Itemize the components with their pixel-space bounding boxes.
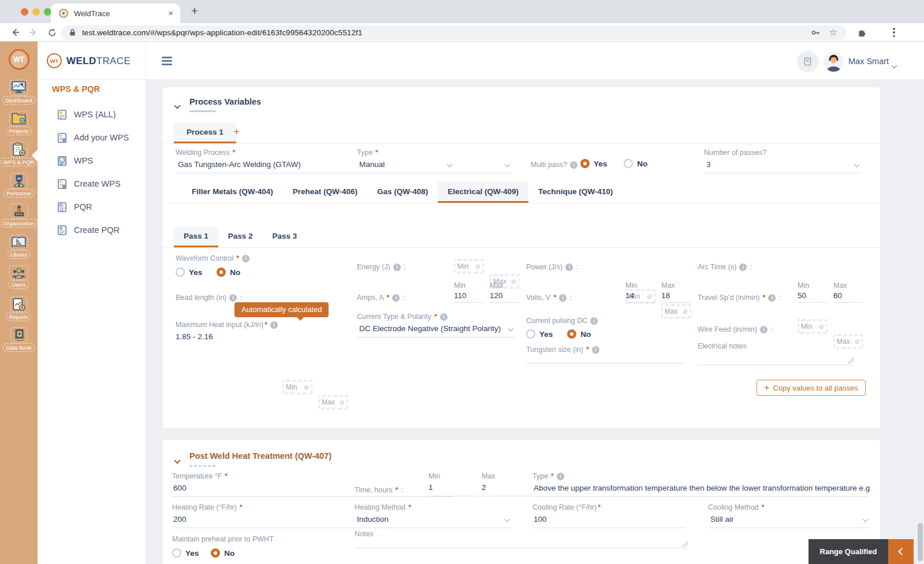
auto-calculated-tooltip: Automatically calculated bbox=[234, 302, 329, 317]
current-pulsing-radios: Yes No bbox=[526, 329, 591, 339]
maintain-yes-radio[interactable] bbox=[172, 548, 181, 558]
sidebar-item-reports[interactable]: Reports bbox=[0, 296, 38, 328]
info-icon[interactable]: i bbox=[242, 255, 249, 262]
process-tab-divider bbox=[163, 143, 881, 144]
textarea-resize-handle[interactable] bbox=[848, 358, 854, 363]
menu-item-wps-all[interactable]: WPS (ALL) bbox=[38, 103, 146, 126]
bookmark-star-icon[interactable]: ☆ bbox=[829, 27, 837, 38]
temperature-input[interactable]: 600 bbox=[172, 483, 454, 497]
key-icon[interactable] bbox=[811, 28, 820, 39]
volts-min-input[interactable]: 14 bbox=[625, 291, 655, 303]
menu-item-add-your-wps[interactable]: Add your WPS bbox=[38, 126, 146, 149]
menu-item-pqr[interactable]: PQR bbox=[38, 195, 146, 218]
sidebar-item-data-book[interactable]: Data Book bbox=[0, 327, 38, 358]
add-process-button[interactable]: + bbox=[233, 125, 240, 138]
info-icon[interactable]: i bbox=[229, 294, 237, 302]
electrical-notes-textarea[interactable] bbox=[698, 347, 852, 365]
tab-electrical[interactable]: Electrical (QW-409) bbox=[438, 181, 528, 203]
heating-method-select[interactable]: Induction bbox=[355, 514, 512, 528]
time-min-input[interactable]: 1 bbox=[429, 483, 478, 496]
tungsten-input[interactable] bbox=[526, 346, 685, 363]
back-icon[interactable] bbox=[8, 25, 22, 39]
info-icon[interactable]: i bbox=[270, 321, 278, 329]
amps-min-input[interactable]: 110 bbox=[454, 291, 484, 303]
tab-pass-2[interactable]: Pass 2 bbox=[218, 227, 263, 247]
number-of-passes-select[interactable]: 3 bbox=[704, 160, 861, 173]
tab-close-icon[interactable]: × bbox=[168, 8, 173, 18]
info-icon[interactable]: i bbox=[760, 326, 767, 333]
tab-preheat[interactable]: Preheat (QW-406) bbox=[283, 181, 367, 203]
bead-length-label: Bead length (in) bbox=[176, 294, 226, 302]
range-qualified-expand[interactable] bbox=[888, 539, 914, 564]
user-avatar[interactable] bbox=[824, 51, 844, 72]
waveform-yes-radio[interactable] bbox=[176, 268, 185, 277]
info-icon[interactable]: i bbox=[768, 294, 776, 302]
pwht-type-input[interactable]: Above the upper transformation temperatu… bbox=[532, 483, 870, 497]
sidebar-item-projects[interactable]: Projects bbox=[0, 111, 38, 142]
padlock-icon bbox=[69, 28, 76, 39]
browser-menu-icon[interactable] bbox=[893, 28, 895, 37]
waveform-no-radio[interactable] bbox=[217, 268, 226, 277]
tab-pass-1[interactable]: Pass 1 bbox=[174, 227, 218, 247]
create-wps-icon bbox=[57, 179, 68, 190]
section-collapse-icon[interactable] bbox=[175, 455, 180, 465]
volts-max-input[interactable]: 18 bbox=[661, 291, 691, 303]
copy-values-button[interactable]: + Copy values to all passes bbox=[757, 380, 866, 396]
pulsing-no-radio[interactable] bbox=[567, 329, 576, 339]
tab-filler-metals[interactable]: Filler Metals (QW-404) bbox=[182, 181, 283, 203]
forward-icon[interactable] bbox=[27, 25, 40, 39]
section-collapse-icon[interactable] bbox=[175, 100, 180, 110]
browser-tab[interactable]: WeldTrace × bbox=[51, 3, 180, 23]
travel-min-input[interactable]: 50 bbox=[798, 291, 828, 303]
info-icon[interactable]: i bbox=[393, 264, 401, 271]
traffic-close-icon[interactable] bbox=[21, 8, 28, 16]
amps-max-input[interactable]: 120 bbox=[490, 291, 520, 303]
multi-pass-no-radio[interactable] bbox=[624, 159, 633, 168]
multi-pass-yes-radio[interactable] bbox=[580, 159, 590, 168]
reload-icon[interactable] bbox=[45, 25, 59, 39]
extensions-puzzle-icon[interactable] bbox=[855, 25, 869, 39]
new-tab-button[interactable]: + bbox=[187, 4, 202, 18]
info-icon[interactable]: i bbox=[440, 313, 448, 321]
travel-max-input[interactable]: 60 bbox=[833, 291, 863, 303]
time-max-input[interactable]: 2 bbox=[482, 483, 531, 496]
sidebar-item-dashboard[interactable]: Dashboard bbox=[0, 80, 38, 111]
user-chevron-down-icon[interactable] bbox=[892, 60, 896, 70]
page-scrollbar-thumb[interactable] bbox=[918, 523, 923, 561]
menu-item-wps[interactable]: WPS bbox=[38, 149, 146, 172]
cooling-method-select[interactable]: Still air bbox=[708, 514, 870, 528]
info-icon[interactable]: i bbox=[565, 264, 573, 271]
databook-header-button[interactable] bbox=[797, 51, 818, 72]
info-icon[interactable]: i bbox=[739, 264, 747, 271]
tab-pass-3[interactable]: Pass 3 bbox=[263, 227, 307, 247]
user-name[interactable]: Max Smart bbox=[848, 57, 889, 66]
pulsing-yes-radio[interactable] bbox=[526, 329, 535, 339]
info-icon[interactable]: i bbox=[590, 317, 598, 325]
radio-label-yes: Yes bbox=[185, 549, 199, 558]
radio-label-yes: Yes bbox=[539, 330, 553, 339]
sidebar-item-organization[interactable]: Organization bbox=[0, 203, 38, 235]
menu-item-create-wps[interactable]: Create WPS bbox=[38, 172, 146, 195]
sidebar-item-users[interactable]: Users bbox=[0, 265, 38, 296]
traffic-minimize-icon[interactable] bbox=[32, 8, 40, 16]
textarea-resize-handle[interactable] bbox=[682, 541, 688, 547]
cooling-rate-input[interactable]: 100 bbox=[532, 514, 685, 528]
info-icon[interactable]: i bbox=[557, 473, 564, 480]
range-qualified-button[interactable]: Range Qualified bbox=[808, 539, 914, 564]
sidebar-item-library[interactable]: Library bbox=[0, 235, 38, 266]
info-icon[interactable]: i bbox=[559, 294, 567, 302]
maintain-no-radio[interactable] bbox=[211, 548, 220, 558]
url-bar[interactable]: test.weldtrace.com/#/wps&pqr/wps-applica… bbox=[61, 25, 847, 40]
menu-item-create-pqr[interactable]: Create PQR bbox=[38, 218, 146, 242]
info-icon[interactable]: i bbox=[570, 161, 578, 169]
type-select[interactable]: Manual bbox=[357, 160, 512, 173]
tab-gas[interactable]: Gas (QW-408) bbox=[367, 181, 438, 203]
tab-process-1[interactable]: Process 1 bbox=[174, 123, 236, 143]
info-icon[interactable]: i bbox=[392, 294, 400, 302]
pwht-notes-textarea[interactable] bbox=[355, 535, 688, 548]
tab-technique[interactable]: Technique (QW-410) bbox=[528, 181, 623, 203]
sidebar-item-personnel[interactable]: Personnel bbox=[0, 173, 38, 204]
current-type-select[interactable]: DC Electrode Negative (Straight Polarity… bbox=[357, 324, 515, 337]
hamburger-menu-icon[interactable] bbox=[162, 57, 172, 65]
power-label-row: Power (J/s)i: bbox=[526, 263, 578, 271]
